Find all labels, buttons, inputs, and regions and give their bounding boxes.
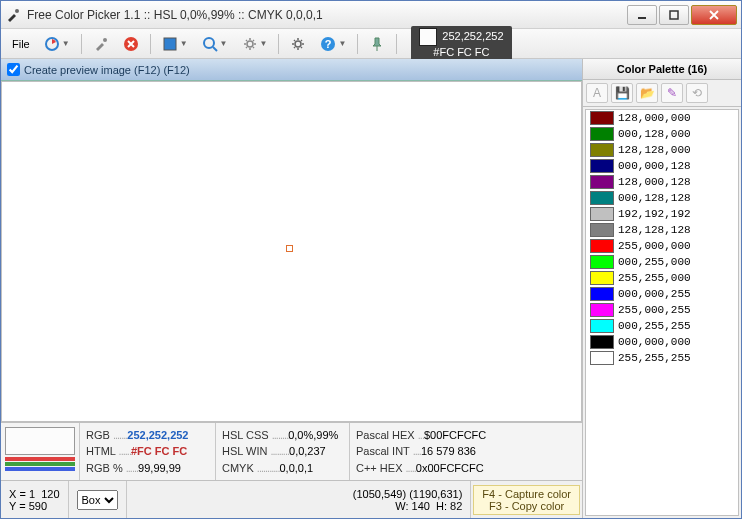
- palette-item[interactable]: 255,255,000: [586, 270, 738, 286]
- cancel-button[interactable]: [118, 33, 144, 55]
- palette-swatch: [590, 191, 614, 205]
- palette-swatch: [590, 255, 614, 269]
- minimize-button[interactable]: [627, 5, 657, 25]
- palette-swatch: [590, 175, 614, 189]
- palette-swatch: [590, 271, 614, 285]
- svg-point-0: [15, 9, 19, 13]
- palette-item-text: 128,128,128: [618, 224, 691, 236]
- color-display-swatch: [419, 28, 437, 46]
- svg-rect-6: [164, 38, 176, 50]
- info-panel: RGB .......252,252,252 HTML ......#FC FC…: [1, 422, 582, 480]
- color-display-rgb: 252,252,252: [442, 30, 503, 42]
- palette-save-button[interactable]: 💾: [611, 83, 633, 103]
- palette-item[interactable]: 255,255,255: [586, 350, 738, 366]
- palette-swatch: [590, 127, 614, 141]
- pin-button[interactable]: [364, 33, 390, 55]
- svg-point-8: [247, 41, 253, 47]
- help-button[interactable]: ?▼: [315, 33, 351, 55]
- palette-swatch: [590, 287, 614, 301]
- palette-title: Color Palette (16): [583, 59, 741, 80]
- palette-add-button[interactable]: A: [586, 83, 608, 103]
- palette-edit-button[interactable]: ✎: [661, 83, 683, 103]
- status-bounds: (1050,549) (1190,631) W: 140 H: 82: [345, 481, 472, 518]
- palette-item[interactable]: 192,192,192: [586, 206, 738, 222]
- palette-item-text: 000,255,000: [618, 256, 691, 268]
- palette-swatch: [590, 335, 614, 349]
- palette-item[interactable]: 255,000,255: [586, 302, 738, 318]
- app-window: Free Color Picker 1.1 :: HSL 0,0%,99% ::…: [0, 0, 742, 519]
- palette-item-text: 000,128,000: [618, 128, 691, 140]
- palette-panel: Color Palette (16) A 💾 📂 ✎ ⟲ 128,000,000…: [583, 59, 741, 518]
- palette-swatch: [590, 159, 614, 173]
- palette-item-text: 128,000,000: [618, 112, 691, 124]
- recent-colors-button[interactable]: ▼: [39, 33, 75, 55]
- preview-header: Create preview image (F12) (F12): [1, 59, 582, 81]
- titlebar[interactable]: Free Color Picker 1.1 :: HSL 0,0%,99% ::…: [1, 1, 741, 29]
- svg-point-4: [103, 38, 107, 42]
- color-display: 252,252,252 #FC FC FC: [411, 26, 511, 61]
- tools-button[interactable]: ▼: [237, 33, 273, 55]
- info-swatch: [5, 427, 75, 455]
- toolbar: File ▼ ▼ ▼ ▼ ?▼: [1, 29, 741, 59]
- palette-item[interactable]: 128,000,000: [586, 110, 738, 126]
- palette-item-text: 000,000,000: [618, 336, 691, 348]
- palette-item[interactable]: 000,128,128: [586, 190, 738, 206]
- palette-item[interactable]: 000,128,000: [586, 126, 738, 142]
- palette-swatch: [590, 303, 614, 317]
- app-icon: [5, 7, 21, 23]
- palette-item[interactable]: 000,000,128: [586, 158, 738, 174]
- color-display-hex: #FC FC FC: [433, 46, 489, 58]
- palette-item[interactable]: 000,000,000: [586, 334, 738, 350]
- maximize-button[interactable]: [659, 5, 689, 25]
- palette-swatch: [590, 143, 614, 157]
- palette-item-text: 255,255,255: [618, 352, 691, 364]
- preview-checkbox[interactable]: [7, 63, 20, 76]
- palette-item-text: 255,000,255: [618, 304, 691, 316]
- palette-open-button[interactable]: 📂: [636, 83, 658, 103]
- svg-point-9: [295, 41, 301, 47]
- preview-hotspot: [286, 245, 293, 252]
- palette-swatch: [590, 111, 614, 125]
- status-hints: F4 - Capture color F3 - Copy color: [473, 485, 580, 515]
- svg-point-7: [204, 38, 214, 48]
- shape-select[interactable]: Box: [77, 490, 118, 510]
- rgb-bars: [5, 457, 75, 471]
- color-swatch-button[interactable]: ▼: [157, 33, 193, 55]
- palette-item[interactable]: 128,128,128: [586, 222, 738, 238]
- svg-rect-1: [638, 17, 646, 19]
- close-button[interactable]: [691, 5, 737, 25]
- palette-swatch: [590, 207, 614, 221]
- eyedropper-button[interactable]: [88, 33, 114, 55]
- palette-item[interactable]: 128,000,128: [586, 174, 738, 190]
- palette-item-text: 000,000,255: [618, 288, 691, 300]
- palette-item-text: 128,000,128: [618, 176, 691, 188]
- palette-item-text: 000,255,255: [618, 320, 691, 332]
- palette-item-text: 000,128,128: [618, 192, 691, 204]
- preview-area[interactable]: [1, 81, 582, 422]
- palette-item-text: 000,000,128: [618, 160, 691, 172]
- palette-item[interactable]: 000,000,255: [586, 286, 738, 302]
- palette-item-text: 255,000,000: [618, 240, 691, 252]
- svg-rect-2: [670, 11, 678, 19]
- preview-label: Create preview image (F12) (F12): [24, 64, 190, 76]
- palette-export-button[interactable]: ⟲: [686, 83, 708, 103]
- palette-item-text: 255,255,000: [618, 272, 691, 284]
- palette-item-text: 192,192,192: [618, 208, 691, 220]
- palette-item-text: 128,128,000: [618, 144, 691, 156]
- palette-item[interactable]: 000,255,000: [586, 254, 738, 270]
- window-title: Free Color Picker 1.1 :: HSL 0,0%,99% ::…: [27, 8, 627, 22]
- palette-item[interactable]: 128,128,000: [586, 142, 738, 158]
- statusbar: X = 1 120 Y = 590 Box (1050,549) (1190,6…: [1, 480, 582, 518]
- file-menu[interactable]: File: [7, 35, 35, 53]
- palette-swatch: [590, 351, 614, 365]
- status-xy: X = 1 120 Y = 590: [1, 481, 69, 518]
- settings-button[interactable]: [285, 33, 311, 55]
- palette-swatch: [590, 223, 614, 237]
- palette-swatch: [590, 319, 614, 333]
- palette-list[interactable]: 128,000,000000,128,000128,128,000000,000…: [585, 109, 739, 516]
- svg-text:?: ?: [325, 38, 332, 50]
- zoom-button[interactable]: ▼: [197, 33, 233, 55]
- palette-item[interactable]: 000,255,255: [586, 318, 738, 334]
- palette-swatch: [590, 239, 614, 253]
- palette-item[interactable]: 255,000,000: [586, 238, 738, 254]
